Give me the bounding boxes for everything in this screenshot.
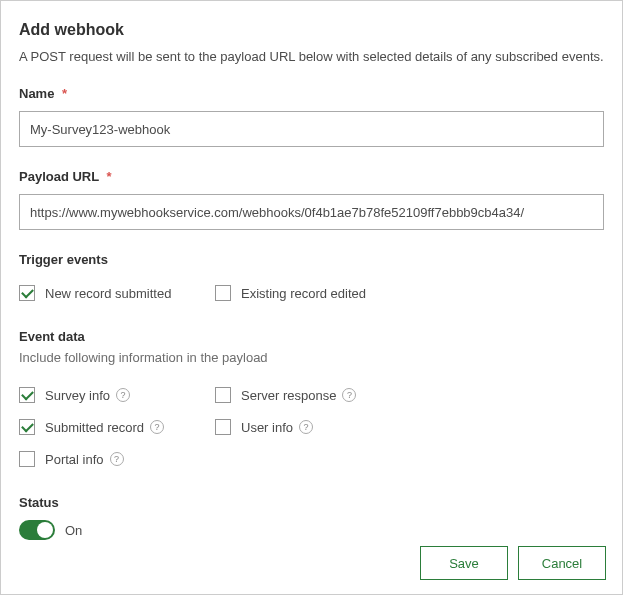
toggle-knob bbox=[37, 522, 53, 538]
trigger-new-record-checkbox[interactable] bbox=[19, 285, 35, 301]
name-label: Name * bbox=[19, 86, 604, 101]
event-user-info-checkbox[interactable] bbox=[215, 419, 231, 435]
trigger-existing-record: Existing record edited bbox=[215, 277, 411, 309]
event-survey-info-checkbox[interactable] bbox=[19, 387, 35, 403]
help-icon[interactable]: ? bbox=[116, 388, 130, 402]
event-portal-info-checkbox[interactable] bbox=[19, 451, 35, 467]
status-toggle[interactable] bbox=[19, 520, 55, 540]
event-server-response-label[interactable]: Server response bbox=[241, 388, 336, 403]
trigger-existing-record-checkbox[interactable] bbox=[215, 285, 231, 301]
event-server-response: Server response ? bbox=[215, 379, 411, 411]
event-submitted-record-label[interactable]: Submitted record bbox=[45, 420, 144, 435]
status-row: On bbox=[19, 520, 604, 540]
event-user-info-label[interactable]: User info bbox=[241, 420, 293, 435]
status-heading: Status bbox=[19, 495, 604, 510]
required-icon: * bbox=[107, 169, 112, 184]
name-label-text: Name bbox=[19, 86, 54, 101]
event-submitted-record: Submitted record ? bbox=[19, 411, 215, 443]
payload-url-label: Payload URL * bbox=[19, 169, 604, 184]
event-user-info: User info ? bbox=[215, 411, 411, 443]
event-data-heading: Event data bbox=[19, 329, 604, 344]
payload-url-input[interactable] bbox=[19, 194, 604, 230]
trigger-new-record: New record submitted bbox=[19, 277, 215, 309]
modal-footer: Save Cancel bbox=[420, 546, 606, 580]
event-portal-info: Portal info ? bbox=[19, 443, 215, 475]
help-icon[interactable]: ? bbox=[299, 420, 313, 434]
event-server-response-checkbox[interactable] bbox=[215, 387, 231, 403]
trigger-new-record-label[interactable]: New record submitted bbox=[45, 286, 171, 301]
help-icon[interactable]: ? bbox=[110, 452, 124, 466]
trigger-existing-record-label[interactable]: Existing record edited bbox=[241, 286, 366, 301]
event-submitted-record-checkbox[interactable] bbox=[19, 419, 35, 435]
status-toggle-label: On bbox=[65, 523, 82, 538]
modal-title: Add webhook bbox=[19, 21, 604, 39]
event-survey-info: Survey info ? bbox=[19, 379, 215, 411]
help-icon[interactable]: ? bbox=[342, 388, 356, 402]
cancel-button[interactable]: Cancel bbox=[518, 546, 606, 580]
trigger-events-heading: Trigger events bbox=[19, 252, 604, 267]
save-button[interactable]: Save bbox=[420, 546, 508, 580]
modal-description: A POST request will be sent to the paylo… bbox=[19, 49, 604, 64]
event-data-row: Survey info ? Server response ? Submitte… bbox=[19, 379, 604, 475]
add-webhook-modal: Add webhook A POST request will be sent … bbox=[0, 0, 623, 595]
event-data-subheading: Include following information in the pay… bbox=[19, 350, 604, 365]
payload-url-label-text: Payload URL bbox=[19, 169, 99, 184]
event-survey-info-label[interactable]: Survey info bbox=[45, 388, 110, 403]
name-input[interactable] bbox=[19, 111, 604, 147]
trigger-events-row: New record submitted Existing record edi… bbox=[19, 277, 604, 309]
required-icon: * bbox=[62, 86, 67, 101]
help-icon[interactable]: ? bbox=[150, 420, 164, 434]
event-portal-info-label[interactable]: Portal info bbox=[45, 452, 104, 467]
